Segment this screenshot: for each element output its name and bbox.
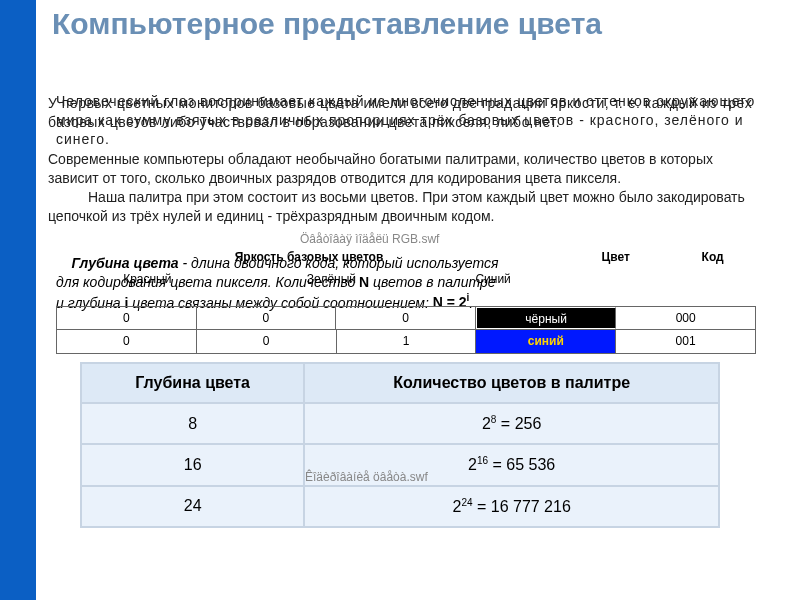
code-blue: 001 — [616, 330, 755, 353]
color-row-black: 0 0 0 чёрный 000 — [56, 306, 756, 330]
cell-r: 0 — [57, 307, 197, 329]
paragraph-monitors: У первых цветных мониторов базовые цвета… — [48, 94, 758, 132]
paragraph-palettes: Современные компьютеры обладают необычай… — [48, 150, 758, 226]
table-row: 24224 = 16 777 216 — [81, 486, 719, 527]
left-accent-bar — [0, 0, 36, 600]
color-row-blue: 0 0 1 синий 001 — [56, 330, 756, 354]
code-black: 000 — [616, 307, 755, 329]
swatch-blue: синий — [476, 330, 616, 353]
swatch-black: чёрный — [476, 307, 617, 329]
swf-label-coding: Êîäèðîâàíèå öâåòà.swf — [305, 470, 428, 484]
table-row: 828 = 256 — [81, 403, 719, 444]
depth-table: Глубина цвета Количество цветов в палитр… — [80, 362, 720, 528]
page-title: Компьютерное представление цвета — [52, 8, 752, 40]
paragraph-palettes-a: Современные компьютеры обладают необычай… — [48, 151, 713, 186]
swf-label-rgb: Öâåòîâàÿ ìîäåëü RGB.swf — [300, 232, 439, 246]
count-cell: 28 = 256 — [304, 403, 719, 444]
term-depth: Глубина цвета — [72, 255, 179, 271]
depth-cell: 24 — [81, 486, 304, 527]
definition-block: Глубина цвета - длина двоичного кода, ко… — [56, 254, 756, 312]
cell-b: 0 — [336, 307, 476, 329]
cell-g: 0 — [197, 307, 337, 329]
depth-header-2: Количество цветов в палитре — [304, 363, 719, 403]
cell-r: 0 — [57, 330, 197, 353]
cell-b: 1 — [337, 330, 477, 353]
depth-header-1: Глубина цвета — [81, 363, 304, 403]
depth-cell: 16 — [81, 444, 304, 485]
paragraph-palette-tail: Наша палитра при этом состоит из восьми … — [48, 189, 745, 224]
count-cell: 224 = 16 777 216 — [304, 486, 719, 527]
depth-cell: 8 — [81, 403, 304, 444]
cell-g: 0 — [197, 330, 337, 353]
